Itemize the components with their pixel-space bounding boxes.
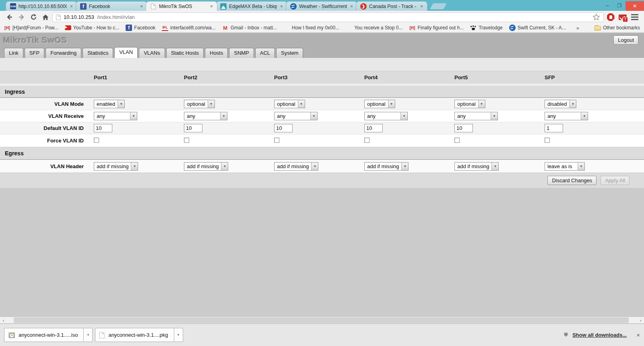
tab-system[interactable]: System — [276, 48, 303, 58]
tab-close-icon[interactable]: × — [139, 4, 144, 9]
tab-acl[interactable]: ACL — [255, 48, 275, 58]
force-vlan-id-checkbox-port4[interactable] — [364, 138, 369, 143]
vlan-receive-select-sfp[interactable]: any▼ — [545, 112, 588, 120]
browser-tab-weather[interactable]: Weather - Swiftcurrentonl × — [286, 1, 357, 11]
force-vlan-id-checkbox-port1[interactable] — [94, 138, 99, 143]
vlan-header-select-port1[interactable]: add if missing▼ — [94, 162, 138, 171]
download-dropdown-button[interactable]: ▼ — [84, 328, 93, 342]
vlan-receive-select-port3[interactable]: any▼ — [274, 112, 318, 120]
download-item-pkg[interactable]: anyconnect-win-3.1....pkg ▼ — [95, 328, 183, 342]
force-vlan-id-checkbox-port3[interactable] — [274, 138, 279, 143]
vlan-mode-select-port3[interactable]: optional▼ — [274, 100, 305, 108]
browser-tab-dsm[interactable]: DSM http://10.10.10.65:5000/we × — [6, 1, 77, 11]
vlan-header-select-port3[interactable]: add if missing▼ — [274, 162, 318, 171]
minimize-button[interactable]: – — [601, 1, 613, 10]
tab-close-icon[interactable]: × — [349, 4, 354, 9]
column-header-port4: Port4 — [362, 74, 452, 80]
forward-button[interactable] — [16, 12, 27, 22]
vlan-receive-select-port1[interactable]: any▼ — [94, 112, 137, 120]
star-icon[interactable] — [592, 13, 600, 21]
chevron-down-icon: ▼ — [220, 112, 227, 120]
tab-close-icon[interactable]: × — [419, 4, 424, 9]
show-all-downloads-link[interactable]: Show all downloads... — [572, 332, 627, 338]
vlan-header-select-port5[interactable]: add if missing▼ — [454, 162, 499, 171]
tab-close-icon[interactable]: × — [279, 4, 284, 9]
bookmark-figured[interactable]: [H]Finally figured out h... — [409, 25, 464, 31]
bookmark-youtube[interactable]: ▶YouTube - How to c... — [65, 25, 120, 31]
vlan-receive-select-port4[interactable]: any▼ — [364, 112, 408, 120]
bookmark-swiftcurrent[interactable]: Swift Current, SK - A... — [509, 25, 566, 31]
new-tab-button[interactable] — [430, 3, 447, 9]
default-vlan-id-input-port5[interactable] — [454, 124, 473, 132]
other-bookmarks[interactable]: Other bookmarks — [594, 25, 640, 31]
bookmark-facebook[interactable]: fFacebook — [126, 25, 155, 31]
tab-static-hosts[interactable]: Static Hosts — [166, 48, 204, 58]
menu-icon[interactable] — [630, 12, 640, 22]
row-label: VLAN Header — [0, 163, 92, 169]
browser-tab-canadapost[interactable]: ❯ Canada Post - Track - Pers × — [356, 1, 427, 11]
default-vlan-id-input-sfp[interactable] — [545, 124, 563, 132]
downloads-close-icon[interactable]: × — [636, 332, 640, 338]
tab-forwarding[interactable]: Forwarding — [45, 48, 81, 58]
browser-tab-facebook[interactable]: f Facebook × — [76, 1, 147, 11]
apply-all-button[interactable]: Apply All — [601, 176, 630, 185]
vlan-receive-select-port5[interactable]: any▼ — [454, 112, 498, 120]
default-vlan-id-input-port2[interactable] — [184, 124, 202, 132]
tab-snmp[interactable]: SNMP — [229, 48, 254, 58]
force-vlan-id-checkbox-port2[interactable] — [184, 138, 189, 143]
vlan-header-select-sfp[interactable]: leave as is▼ — [545, 162, 585, 171]
tab-sfp[interactable]: SFP — [25, 48, 44, 58]
bookmark-stop[interactable]: You receive a Stop 0... — [346, 25, 402, 31]
gmail-icon: M — [222, 25, 229, 31]
tab-link[interactable]: Link — [4, 48, 23, 58]
reload-button[interactable] — [28, 12, 39, 22]
tab-close-icon[interactable]: × — [69, 4, 74, 9]
tab-close-icon[interactable]: × — [209, 4, 214, 9]
vlan-header-row: VLAN Header add if missing▼ add if missi… — [0, 160, 644, 173]
mail-checker-icon[interactable]: 7 — [617, 12, 628, 22]
column-header-row: Port1 Port2 Port3 Port4 Port5 SFP — [0, 71, 644, 84]
force-vlan-id-checkbox-sfp[interactable] — [545, 138, 550, 143]
tab-statistics[interactable]: Statistics — [83, 48, 113, 58]
tab-hosts[interactable]: Hosts — [205, 48, 228, 58]
bookmarks-overflow-chevron[interactable]: » — [576, 25, 579, 31]
bookmark-travelodge[interactable]: Travelodge — [470, 25, 503, 31]
bookmark-gmail[interactable]: MGmail - Inbox - matt... — [222, 25, 277, 31]
vlan-mode-select-port1[interactable]: enabled▼ — [94, 100, 125, 108]
force-vlan-id-checkbox-port5[interactable] — [454, 138, 460, 143]
logout-button[interactable]: Logout — [613, 35, 638, 45]
vlan-mode-select-port5[interactable]: optional▼ — [454, 100, 485, 108]
bookmark-interfacelift[interactable]: IFLinterfacelift.com/wa... — [162, 25, 216, 31]
bookmark-hardforum[interactable]: [H][H]ard|Forum - Pow... — [4, 25, 58, 31]
tab-vlan-active[interactable]: VLAN — [114, 47, 138, 58]
home-button[interactable] — [40, 12, 51, 22]
browser-tab-edgemax[interactable]: EdgeMAX Beta - Ubiquiti N × — [216, 1, 287, 11]
bookmark-fixed[interactable]: How I fixed my 0x00... — [283, 25, 339, 31]
scroll-right-icon[interactable]: › — [637, 317, 644, 323]
content-top-strip — [0, 58, 644, 71]
tab-vlans[interactable]: VLANs — [139, 48, 165, 58]
vlan-receive-select-port2[interactable]: any▼ — [184, 112, 227, 120]
window-controls: – ❐ ✕ — [601, 1, 644, 11]
address-bar[interactable]: 10.10.10.253 /index.html#vlan — [52, 12, 604, 22]
scroll-left-icon[interactable]: ‹ — [0, 317, 7, 323]
vlan-header-select-port2[interactable]: add if missing▼ — [184, 162, 228, 171]
adblock-icon[interactable] — [605, 12, 616, 22]
default-vlan-id-input-port4[interactable] — [364, 124, 383, 132]
scrollbar-thumb[interactable] — [14, 317, 629, 323]
default-vlan-id-input-port1[interactable] — [94, 124, 112, 132]
vlan-header-select-port4[interactable]: add if missing▼ — [364, 162, 409, 171]
weather-favicon — [290, 3, 297, 10]
discard-changes-button[interactable]: Discard Changes — [547, 176, 597, 185]
vlan-mode-select-sfp[interactable]: disabled▼ — [545, 100, 576, 108]
vlan-mode-select-port4[interactable]: optional▼ — [364, 100, 395, 108]
horizontal-scrollbar[interactable]: ‹ › — [0, 317, 644, 323]
close-window-button[interactable]: ✕ — [625, 1, 644, 11]
restore-button[interactable]: ❐ — [613, 1, 625, 10]
browser-tab-mikrotik-active[interactable]: MikroTik SwOS × — [146, 1, 217, 11]
vlan-mode-select-port2[interactable]: optional▼ — [184, 100, 215, 108]
download-item-iso[interactable]: anyconnect-win-3.1.....iso ▼ — [4, 328, 93, 342]
default-vlan-id-input-port3[interactable] — [274, 124, 293, 132]
back-button[interactable] — [4, 12, 14, 22]
download-dropdown-button[interactable]: ▼ — [174, 328, 183, 342]
